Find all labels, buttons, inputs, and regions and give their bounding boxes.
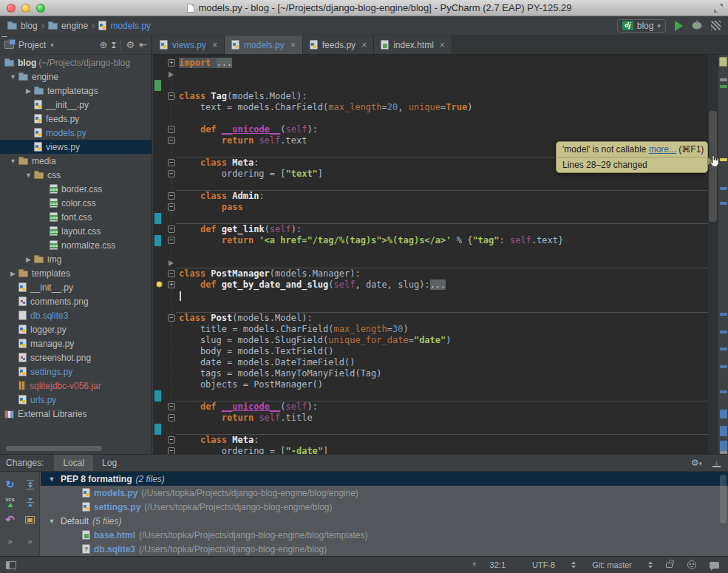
run-config-selector[interactable]: dj blog ▾	[617, 19, 666, 33]
fold-closed-icon[interactable]: +	[168, 59, 175, 67]
gear-icon[interactable]: ⚙▾	[691, 458, 702, 468]
tree-item-img[interactable]: ▶img	[0, 252, 152, 266]
tree-item-logger-py[interactable]: logger.py	[0, 322, 152, 336]
tab-feeds-py[interactable]: feeds.py×	[303, 35, 374, 54]
close-icon[interactable]: ×	[290, 40, 296, 50]
code-line[interactable]	[153, 246, 708, 257]
code-line[interactable]: date = models.DateTimeField()	[153, 357, 708, 368]
code-line[interactable]: − return self.title	[153, 413, 708, 424]
stripe-mark-blue[interactable]	[720, 426, 727, 436]
stripe-mark-blue[interactable]	[720, 441, 727, 451]
code-line[interactable]	[153, 390, 708, 401]
code-line[interactable]: −class Tag(models.Model):	[153, 91, 708, 102]
file-encoding[interactable]: UTF-8	[519, 560, 568, 569]
fold-closed-icon[interactable]: +	[168, 281, 175, 288]
code-line[interactable]	[153, 213, 708, 224]
lock-icon[interactable]	[666, 563, 673, 568]
tab-models-py[interactable]: models.py×	[225, 35, 303, 54]
changed-file-models-py[interactable]: models.py(/Users/topka/Projects/django-b…	[41, 486, 728, 500]
tree-item-feeds-py[interactable]: feeds.py	[0, 112, 152, 126]
tree-item-__init__-py[interactable]: __init__.py	[0, 98, 152, 112]
fold-marker-icon[interactable]: −	[168, 159, 175, 166]
folded-import-region[interactable]: import ...	[179, 58, 232, 68]
fold-marker-icon[interactable]: −	[168, 414, 175, 421]
tree-item-urls-py[interactable]: urls.py	[0, 393, 152, 407]
updown-icon[interactable]	[648, 561, 653, 569]
collapsed-arrow-icon[interactable]: ▶	[7, 270, 18, 277]
changes-scrollbar[interactable]	[720, 475, 727, 523]
tree-item-color-css[interactable]: color.css	[0, 196, 152, 210]
code-line[interactable]: − class Meta:	[153, 435, 708, 446]
commit-icon[interactable]: VCS	[5, 498, 14, 507]
coverage-button[interactable]	[711, 21, 721, 30]
more-link[interactable]: more...	[649, 144, 676, 155]
code-line[interactable]: objects = PostManager()	[153, 379, 708, 390]
code-line[interactable]: tags = models.ManyToManyField(Tag)	[153, 368, 708, 379]
stripe-mark-green[interactable]	[720, 85, 727, 88]
tree-item-models-py[interactable]: models.py	[0, 126, 152, 140]
tree-item-screenshot-png[interactable]: screenshot.png	[0, 350, 152, 365]
fold-marker-icon[interactable]: −	[168, 447, 175, 454]
tree-item-layout-css[interactable]: layout.css	[0, 224, 152, 238]
tree-item-templatetags[interactable]: ▶templatetags	[0, 84, 152, 98]
resize-icon[interactable]	[713, 3, 724, 13]
collapse-all-icon[interactable]	[112, 42, 116, 48]
changed-file-base-html[interactable]: base.html(/Users/topka/Projects/django-b…	[41, 528, 728, 542]
code-line[interactable]	[153, 302, 708, 313]
tree-item-views-py[interactable]: views.py	[0, 140, 152, 154]
stripe-mark-blue[interactable]	[720, 410, 727, 418]
close-window-button[interactable]	[7, 4, 16, 13]
gear-icon[interactable]: ⚙	[126, 40, 135, 50]
stripe-mark-blue[interactable]	[720, 313, 727, 316]
fold-marker-icon[interactable]: −	[168, 126, 175, 133]
minimize-window-button[interactable]	[21, 4, 30, 13]
code-line[interactable]	[153, 113, 708, 124]
code-line[interactable]: slug = models.SlugField(unique_for_date=…	[153, 335, 708, 346]
code-line[interactable]: −class Post(models.Model):	[153, 313, 708, 324]
fold-marker-icon[interactable]: −	[168, 192, 175, 200]
more-actions-icon[interactable]: »	[7, 536, 12, 546]
fold-marker-icon[interactable]: −	[168, 403, 175, 410]
code-line[interactable]	[153, 180, 708, 191]
code-line[interactable]	[153, 424, 708, 435]
error-stripe[interactable]	[718, 55, 728, 454]
stripe-mark-blue[interactable]	[720, 365, 727, 368]
stripe-mark-yellow[interactable]	[720, 158, 727, 161]
locate-icon[interactable]: ⊕	[100, 40, 108, 50]
vcs-branch[interactable]: Git: master	[579, 560, 645, 569]
inspection-indicator[interactable]	[719, 57, 727, 67]
tree-item-db-sqlite3[interactable]: db.sqlite3	[0, 308, 152, 322]
tree-item-manage-py[interactable]: manage.py	[0, 336, 152, 350]
changelist-PEP-8-formatting[interactable]: ▼PEP 8 formatting(2 files)	[41, 472, 728, 486]
code-editor[interactable]: +import ...−class Tag(models.Model): tex…	[153, 55, 728, 454]
breadcrumb-item-engine[interactable]: engine	[48, 21, 88, 31]
expanded-arrow-icon[interactable]: ▼	[47, 475, 57, 483]
stripe-mark-blue[interactable]	[720, 347, 727, 350]
intention-bulb-icon[interactable]	[156, 281, 163, 288]
run-button[interactable]	[675, 21, 683, 31]
fold-marker-icon[interactable]: −	[168, 137, 175, 144]
group-by-folder-icon[interactable]	[25, 516, 35, 523]
tree-item-__init__-py[interactable]: __init__.py	[0, 280, 152, 294]
title-bar[interactable]: models.py - blog - [~/Projects/django-bl…	[0, 0, 728, 16]
changed-file-settings-py[interactable]: settings.py(/Users/topka/Projects/django…	[41, 500, 728, 514]
breadcrumb-item-blog[interactable]: blog	[7, 21, 38, 31]
code-line[interactable]: −class PostManager(models.Manager):	[153, 268, 708, 279]
stripe-mark-gray[interactable]	[720, 78, 727, 81]
collapsed-arrow-icon[interactable]: ▶	[23, 87, 34, 95]
fold-marker-icon[interactable]: −	[168, 170, 175, 177]
zoom-window-button[interactable]	[36, 4, 45, 13]
editor-scrollbar[interactable]	[708, 55, 718, 454]
tree-item-font-css[interactable]: font.css	[0, 210, 152, 224]
fold-marker-icon[interactable]: −	[168, 314, 175, 322]
expanded-arrow-icon[interactable]: ▼	[7, 73, 18, 81]
revert-icon[interactable]: ↶	[5, 515, 15, 525]
chevron-down-icon[interactable]: ▾	[50, 41, 54, 49]
close-icon[interactable]: ×	[212, 40, 217, 50]
code-line[interactable]	[153, 69, 708, 80]
changelist-Default[interactable]: ▼Default(5 files)	[41, 514, 728, 528]
tree-item-templates[interactable]: ▶templates	[0, 266, 152, 280]
expanded-arrow-icon[interactable]: ▼	[7, 157, 18, 165]
changes-tab-log[interactable]: Log	[93, 455, 126, 471]
code-line[interactable]: title = models.CharField(max_length=30)	[153, 324, 708, 335]
